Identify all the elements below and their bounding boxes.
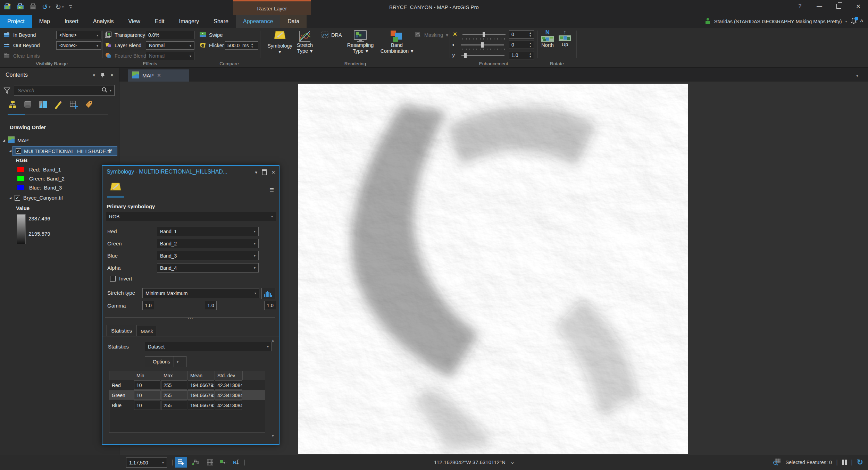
signed-in-user[interactable]: Staridas (STARIDAS GEOGRAPHY Making Maps… xyxy=(714,19,842,24)
map-tab-close-icon[interactable]: ✕ xyxy=(157,73,161,78)
map-expander-icon[interactable]: ◢ xyxy=(3,139,5,142)
editing-tab-icon[interactable] xyxy=(53,100,63,109)
gamma-blue-input[interactable]: 1.0 xyxy=(264,301,276,310)
swipe-button[interactable]: Swipe xyxy=(199,31,223,40)
restore-button[interactable] xyxy=(829,0,849,12)
save-project-icon[interactable] xyxy=(29,3,37,11)
flicker-spinner[interactable]: ▲▼ xyxy=(251,43,253,48)
contrast-input[interactable]: 0 ▲▼ xyxy=(509,41,534,49)
georeference-icon[interactable] xyxy=(217,457,229,468)
tab-view[interactable]: View xyxy=(121,15,148,28)
map-view-tab[interactable]: MAP ✕ xyxy=(128,69,189,82)
snapping-tab-icon[interactable] xyxy=(69,100,78,109)
table-row-green[interactable]: Green 10 255 194.666793 42.3413084 xyxy=(109,390,265,400)
histogram-button[interactable] xyxy=(261,288,275,299)
search-input[interactable] xyxy=(17,87,101,94)
invert-checkbox-row[interactable]: Invert xyxy=(110,276,132,282)
search-icon[interactable] xyxy=(101,87,108,94)
stretch-type-dropdown[interactable]: Minimum Maximum▾ xyxy=(142,288,259,298)
undo-button[interactable]: ↺ ▾ xyxy=(42,3,50,10)
contrast-slider[interactable] xyxy=(461,44,504,45)
hillshade-expander-icon[interactable]: ◢ xyxy=(9,149,11,152)
clear-limits-button[interactable]: Clear Limits xyxy=(3,51,40,60)
statistics-dropdown[interactable]: Dataset▾ xyxy=(145,342,272,351)
layer-hillshade-selected[interactable]: ✓ MULTIDIRECTIONAL_HILLSHADE.tif xyxy=(12,146,117,156)
minimize-button[interactable]: — xyxy=(810,0,829,12)
gamma-red-input[interactable]: 1.0 xyxy=(142,301,154,310)
bryce-visibility-checkbox[interactable]: ✓ xyxy=(15,195,20,201)
redo-caret-icon[interactable]: ▾ xyxy=(62,5,64,9)
resampling-type-button[interactable]: Resampling Type ▾ xyxy=(344,30,376,54)
pane-splitter[interactable]: • • • xyxy=(105,317,275,321)
sym-menu-caret-icon[interactable]: ▾ xyxy=(255,170,258,175)
help-button[interactable]: ? xyxy=(790,0,810,12)
masking-button[interactable]: Masking ▾ xyxy=(415,31,448,40)
selection-tab-icon[interactable] xyxy=(38,100,48,109)
gamma-input[interactable]: 1.0 ▲▼ xyxy=(509,51,534,59)
tab-map[interactable]: Map xyxy=(32,15,57,28)
in-beyond-dropdown[interactable]: <None>▾ xyxy=(56,31,101,39)
red-channel-dropdown[interactable]: Band_1▾ xyxy=(157,227,259,236)
new-project-icon[interactable] xyxy=(3,3,11,11)
blue-channel-dropdown[interactable]: Band_3▾ xyxy=(157,251,259,260)
pin-icon[interactable] xyxy=(101,73,105,78)
tab-overflow-icon[interactable]: ▾ xyxy=(856,73,858,78)
map-scale-dropdown[interactable]: 1:17,500▾ xyxy=(126,458,167,468)
tab-appearance[interactable]: Appearance xyxy=(236,15,280,28)
bryce-expander-icon[interactable]: ◢ xyxy=(9,196,11,200)
sketch-tool-icon[interactable] xyxy=(190,457,201,468)
notifications-button[interactable] xyxy=(851,17,857,25)
collapse-ribbon-button[interactable]: ^ xyxy=(860,19,863,24)
data-source-tab-icon[interactable] xyxy=(23,100,32,109)
band-combination-button[interactable]: Band Combination ▾ xyxy=(378,30,416,54)
gamma-green-input[interactable]: 1.0 xyxy=(205,301,217,310)
tab-share[interactable]: Share xyxy=(206,15,236,28)
coordinates-caret-icon[interactable]: ⌄ xyxy=(510,459,515,465)
hillshade-visibility-checkbox[interactable]: ✓ xyxy=(16,148,21,154)
gamma-slider[interactable] xyxy=(461,55,504,56)
alpha-channel-dropdown[interactable]: Band_4▾ xyxy=(157,263,259,272)
transparency-input[interactable]: 0.0% xyxy=(146,31,194,39)
symbology-button[interactable]: Symbology ▾ xyxy=(267,30,292,55)
pane-menu-caret-icon[interactable]: ▾ xyxy=(93,73,95,78)
tab-insert[interactable]: Insert xyxy=(57,15,86,28)
stretch-type-button[interactable]: Stretch Type ▾ xyxy=(294,30,316,54)
brightness-slider[interactable] xyxy=(462,34,506,35)
dra-button[interactable]: DRA xyxy=(322,31,342,40)
out-beyond-dropdown[interactable]: <None>▾ xyxy=(56,41,101,50)
pane-close-icon[interactable]: ✕ xyxy=(110,73,114,78)
close-button[interactable]: ✕ xyxy=(849,0,868,12)
tab-analysis[interactable]: Analysis xyxy=(86,15,121,28)
options-button[interactable]: Options ▾ xyxy=(145,356,186,367)
green-channel-dropdown[interactable]: Band_2▾ xyxy=(157,239,259,248)
sym-close-icon[interactable]: ✕ xyxy=(272,170,275,175)
refresh-icon[interactable]: ↻ xyxy=(857,459,863,466)
layer-blend-dropdown[interactable]: Normal▾ xyxy=(146,41,194,50)
brightness-input[interactable]: 0 ▲▼ xyxy=(509,30,534,39)
undo-caret-icon[interactable]: ▾ xyxy=(49,5,51,9)
layer-bryce-canyon[interactable]: ◢ ✓ Bryce_Canyon.tif xyxy=(9,195,63,201)
flicker-input[interactable]: 500.0 ms ▲▼ xyxy=(225,41,258,50)
labeling-tab-icon[interactable] xyxy=(84,100,93,109)
tab-project[interactable]: Project xyxy=(0,15,32,28)
sym-dock-icon[interactable] xyxy=(262,169,267,175)
primary-symbology-dropdown[interactable]: RGB▾ xyxy=(106,212,276,221)
north-align-icon[interactable]: N xyxy=(231,457,242,468)
tab-statistics[interactable]: Statistics xyxy=(107,325,136,336)
rotate-up-button[interactable]: ↑ Up xyxy=(558,29,572,48)
pause-drawing-button[interactable] xyxy=(842,460,847,465)
drawing-order-tab-icon[interactable] xyxy=(8,100,17,109)
open-project-icon[interactable] xyxy=(16,3,24,11)
scroll-down-icon[interactable]: ▼ xyxy=(271,434,275,438)
tab-imagery[interactable]: Imagery xyxy=(172,15,206,28)
search-caret-icon[interactable]: ▾ xyxy=(110,89,111,92)
sym-options-menu-icon[interactable]: ≡ xyxy=(269,185,274,194)
table-row-red[interactable]: Red 10 255 194.666793 42.3413084 xyxy=(109,380,265,390)
user-caret-icon[interactable]: ▾ xyxy=(845,19,847,23)
layer-group-map[interactable]: ◢ MAP xyxy=(3,136,28,144)
filter-icon[interactable] xyxy=(3,87,10,95)
tab-mask[interactable]: Mask xyxy=(137,326,157,336)
tab-data[interactable]: Data xyxy=(280,15,307,28)
raster-grid-icon[interactable] xyxy=(204,457,216,468)
customize-qat-button[interactable]: ▾ xyxy=(69,5,72,9)
